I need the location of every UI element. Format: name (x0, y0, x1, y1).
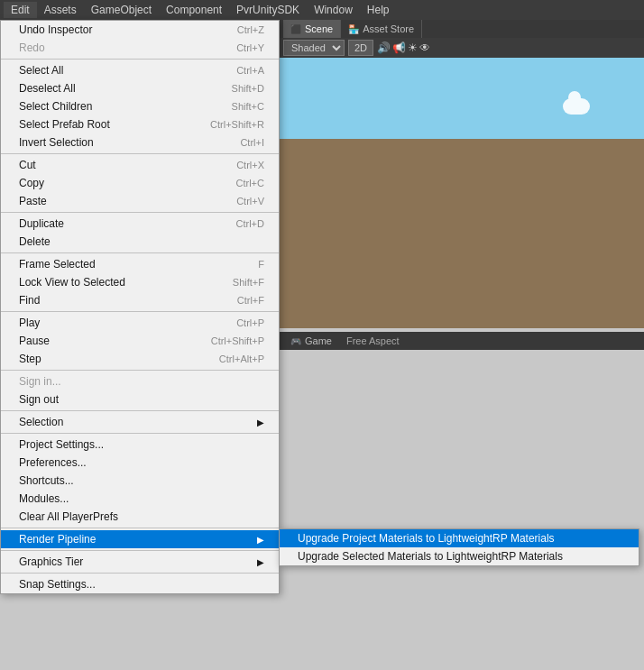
scene-toolbar: Shaded 2D 🔊 📢 ☀ 👁 (280, 38, 644, 58)
menu-item-undo[interactable]: Undo Inspector Ctrl+Z (1, 21, 279, 39)
menubar-item-assets[interactable]: Assets (37, 2, 84, 18)
selection-arrow-icon: ▶ (257, 418, 264, 427)
menu-item-step[interactable]: Step Ctrl+Alt+P (1, 350, 279, 368)
scene-tab-label: Scene (305, 23, 333, 34)
separator-6 (1, 370, 279, 371)
tab-scene[interactable]: ⬛ Scene (283, 20, 341, 38)
2d-button[interactable]: 2D (348, 40, 373, 56)
menu-item-modules[interactable]: Modules... (1, 490, 279, 508)
asset-store-tab-label: Asset Store (363, 23, 414, 34)
separator-11 (1, 573, 279, 574)
menubar: Edit Assets GameObject Component PvrUnit… (0, 0, 644, 20)
menu-item-sign-out[interactable]: Sign out (1, 390, 279, 408)
menu-item-play[interactable]: Play Ctrl+P (1, 314, 279, 332)
menu-item-deselect-all[interactable]: Deselect All Shift+D (1, 79, 279, 97)
asset-store-tab-icon: 🏪 (348, 24, 359, 34)
visibility-icon[interactable]: 👁 (419, 41, 430, 54)
menu-item-duplicate[interactable]: Duplicate Ctrl+D (1, 215, 279, 233)
scene-tab-bar: ⬛ Scene 🏪 Asset Store (280, 20, 644, 38)
scene-tab-icon: ⬛ (290, 24, 301, 34)
separator-5 (1, 311, 279, 312)
menubar-item-edit[interactable]: Edit (4, 2, 37, 18)
separator-9 (1, 528, 279, 528)
menu-item-paste[interactable]: Paste Ctrl+V (1, 192, 279, 210)
render-pipeline-arrow-icon: ▶ (257, 535, 264, 545)
menu-item-select-all[interactable]: Select All Ctrl+A (1, 61, 279, 79)
scene-viewport (280, 58, 644, 328)
scene-icons: 🔊 📢 ☀ 👁 (377, 41, 430, 54)
menu-item-redo[interactable]: Redo Ctrl+Y (1, 39, 279, 57)
game-tab-bar: 🎮 Game Free Aspect (280, 332, 644, 350)
render-pipeline-container: Render Pipeline ▶ Upgrade Project Materi… (1, 530, 279, 548)
separator-8 (1, 433, 279, 434)
menu-item-sign-in[interactable]: Sign in... (1, 372, 279, 390)
submenu-item-upgrade-all[interactable]: Upgrade Project Materials to Lightweight… (280, 529, 639, 547)
separator-4 (1, 252, 279, 253)
game-tab-icon: 🎮 (290, 336, 301, 346)
tab-game[interactable]: 🎮 Game (283, 332, 339, 350)
menu-item-graphics-tier[interactable]: Graphics Tier ▶ (1, 553, 279, 571)
menu-item-invert-selection[interactable]: Invert Selection Ctrl+I (1, 133, 279, 151)
separator-1 (1, 59, 279, 60)
edit-dropdown-menu: Undo Inspector Ctrl+Z Redo Ctrl+Y Select… (0, 20, 280, 594)
menu-item-shortcuts[interactable]: Shortcuts... (1, 472, 279, 490)
menu-item-delete[interactable]: Delete (1, 233, 279, 251)
menubar-item-pvr[interactable]: PvrUnitySDK (229, 2, 307, 18)
menubar-item-component[interactable]: Component (159, 2, 229, 18)
shading-select[interactable]: Shaded (283, 40, 345, 56)
menu-item-select-prefab-root[interactable]: Select Prefab Root Ctrl+Shift+R (1, 115, 279, 133)
separator-7 (1, 410, 279, 411)
menu-item-preferences[interactable]: Preferences... (1, 454, 279, 472)
separator-2 (1, 153, 279, 154)
menu-item-pause[interactable]: Pause Ctrl+Shift+P (1, 332, 279, 350)
menu-item-select-children[interactable]: Select Children Shift+C (1, 97, 279, 115)
graphics-tier-arrow-icon: ▶ (257, 557, 264, 567)
cloud-shape (563, 98, 590, 115)
menu-item-selection[interactable]: Selection ▶ (1, 413, 279, 431)
menu-item-lock-view[interactable]: Lock View to Selected Shift+F (1, 273, 279, 291)
submenu-item-upgrade-selected[interactable]: Upgrade Selected Materials to Lightweigh… (280, 547, 639, 565)
menubar-item-gameobject[interactable]: GameObject (84, 2, 159, 18)
menu-item-snap-settings[interactable]: Snap Settings... (1, 575, 279, 593)
separator-3 (1, 212, 279, 213)
menu-item-find[interactable]: Find Ctrl+F (1, 291, 279, 309)
render-pipeline-submenu: Upgrade Project Materials to Lightweight… (279, 528, 639, 566)
menu-item-copy[interactable]: Copy Ctrl+C (1, 174, 279, 192)
game-tab-label: Game (305, 335, 332, 346)
tab-asset-store[interactable]: 🏪 Asset Store (341, 20, 422, 38)
scene-area: ⬛ Scene 🏪 Asset Store Shaded 2D 🔊 📢 ☀ 👁 … (280, 20, 644, 670)
menu-item-project-settings[interactable]: Project Settings... (1, 436, 279, 454)
menu-item-clear-playerprefs[interactable]: Clear All PlayerPrefs (1, 508, 279, 526)
lighting-icon[interactable]: ☀ (408, 41, 418, 54)
menu-item-render-pipeline[interactable]: Render Pipeline ▶ (1, 530, 279, 548)
separator-10 (1, 550, 279, 551)
menubar-item-help[interactable]: Help (360, 2, 397, 18)
menu-item-frame-selected[interactable]: Frame Selected F (1, 255, 279, 273)
free-aspect-label: Free Aspect (346, 335, 400, 346)
menubar-item-window[interactable]: Window (307, 2, 360, 18)
menu-item-cut[interactable]: Cut Ctrl+X (1, 156, 279, 174)
audio-icon[interactable]: 🔊 (377, 41, 391, 54)
speaker-icon[interactable]: 📢 (392, 41, 406, 54)
